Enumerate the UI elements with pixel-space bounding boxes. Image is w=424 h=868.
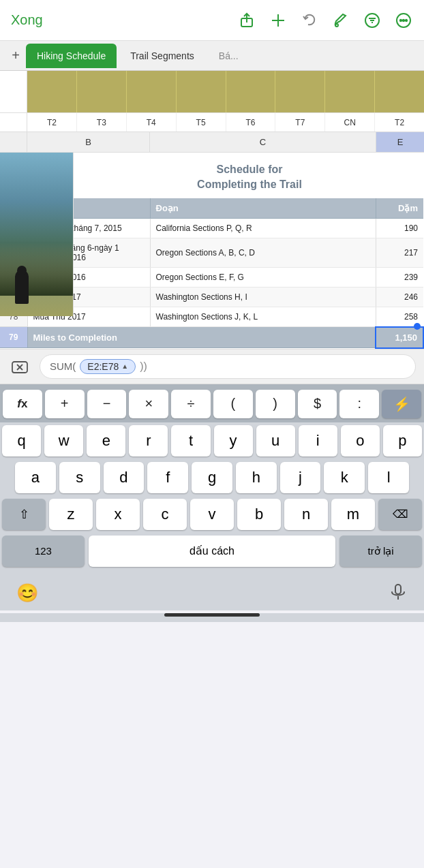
row-1-section[interactable]: Oregon Sections A, B, C, D (150, 238, 376, 267)
selection-handle (414, 323, 421, 330)
column-header-row: B C E (0, 132, 424, 153)
key-m[interactable]: m (331, 499, 375, 530)
col-header-c[interactable]: C (150, 132, 376, 152)
table-section: Schedule forCompleting the Trail Ngày Đo… (0, 153, 424, 349)
brush-icon[interactable] (331, 11, 350, 30)
row-4-miles[interactable]: 258 (376, 307, 423, 327)
key-row-1: q w e r t y u i o p (0, 422, 424, 459)
more-icon[interactable] (394, 11, 413, 30)
filter-icon[interactable] (363, 11, 382, 30)
plus-key[interactable]: + (45, 390, 85, 418)
spreadsheet-area: T2 T3 T4 T5 T6 T7 CN T2 B C E (0, 71, 424, 349)
key-o[interactable]: o (341, 425, 380, 456)
key-a[interactable]: a (15, 462, 56, 493)
tab-add-button[interactable]: + (5, 46, 26, 66)
row-3-miles[interactable]: 246 (376, 287, 423, 307)
key-n[interactable]: n (284, 499, 328, 530)
key-j[interactable]: j (280, 462, 321, 493)
close-paren-key[interactable]: ) (256, 390, 295, 418)
key-f[interactable]: f (147, 462, 188, 493)
day-t2-2: T2 (375, 113, 424, 131)
key-k[interactable]: k (324, 462, 365, 493)
key-l[interactable]: l (368, 462, 409, 493)
xong-button[interactable]: Xong (11, 12, 43, 27)
day-t4: T4 (127, 113, 177, 131)
key-x[interactable]: x (96, 499, 140, 530)
summary-value[interactable]: 1,150 (376, 327, 423, 348)
formula-bar: SUM( E2:E78 ▲ )) (0, 349, 424, 384)
summary-label[interactable]: Miles to Completion (27, 327, 376, 348)
tab-trail-segments[interactable]: Trail Segments (119, 44, 205, 68)
svg-point-4 (335, 24, 338, 27)
open-paren-key[interactable]: ( (213, 390, 253, 418)
mic-icon[interactable] (389, 583, 408, 604)
shift-key[interactable]: ⇧ (2, 499, 46, 530)
numbers-key[interactable]: 123 (2, 536, 85, 567)
range-arrow: ▲ (121, 362, 128, 370)
key-i[interactable]: i (299, 425, 337, 456)
key-p[interactable]: p (383, 425, 422, 456)
col-header-e[interactable]: E (376, 132, 424, 152)
divide-key[interactable]: ÷ (171, 390, 211, 418)
header-doan: Đoạn (150, 198, 376, 219)
day-t3: T3 (77, 113, 127, 131)
svg-point-12 (406, 19, 407, 20)
key-e[interactable]: e (87, 425, 125, 456)
row-2-miles[interactable]: 239 (376, 267, 423, 287)
formula-content[interactable]: SUM( E2:E78 ▲ )) (40, 354, 416, 379)
space-key[interactable]: dấu cách (89, 536, 335, 567)
header-dam: Dặm (376, 198, 423, 219)
day-labels-row: T2 T3 T4 T5 T6 T7 CN T2 (0, 113, 424, 132)
formula-range[interactable]: E2:E78 ▲ (80, 359, 136, 374)
col-header-b[interactable]: B (27, 132, 150, 152)
key-u[interactable]: u (256, 425, 295, 456)
home-bar (0, 613, 424, 622)
key-w[interactable]: w (44, 425, 83, 456)
row-0-section[interactable]: California Sections P, Q, R (150, 218, 376, 238)
key-g[interactable]: g (192, 462, 232, 493)
key-row-bottom: 123 dấu cách trở lại (0, 533, 424, 570)
summary-row[interactable]: 79 Miles to Completion 1,150 (0, 327, 423, 348)
day-cn: CN (325, 113, 375, 131)
fx-key[interactable]: fx (3, 390, 42, 418)
row-num-79: 79 (0, 327, 27, 348)
key-s[interactable]: s (59, 462, 100, 493)
share-icon[interactable] (237, 11, 256, 30)
tab-hiking-schedule[interactable]: Hiking Schedule (26, 44, 117, 68)
top-bar: Xong (0, 0, 424, 41)
key-v[interactable]: v (190, 499, 234, 530)
minus-key[interactable]: − (87, 390, 127, 418)
return-key[interactable]: trở lại (339, 536, 422, 567)
key-t[interactable]: t (171, 425, 210, 456)
day-t5: T5 (177, 113, 226, 131)
row-1-miles[interactable]: 217 (376, 238, 423, 267)
add-icon[interactable] (269, 11, 288, 30)
row-3-section[interactable]: Washington Sections H, I (150, 287, 376, 307)
row-2-section[interactable]: Oregon Sections E, F, G (150, 267, 376, 287)
backspace-key[interactable]: ⌫ (378, 499, 422, 530)
row-0-miles[interactable]: 190 (376, 218, 423, 238)
key-row-3: ⇧ z x c v b n m ⌫ (0, 496, 424, 533)
key-d[interactable]: d (104, 462, 145, 493)
row-4-section[interactable]: Washington Sections J, K, L (150, 307, 376, 327)
key-r[interactable]: r (129, 425, 168, 456)
key-b[interactable]: b (237, 499, 281, 530)
lightning-key[interactable]: ⚡ (382, 390, 421, 418)
math-operator-row: fx + − × ÷ ( ) $ : ⚡ (0, 384, 424, 422)
key-q[interactable]: q (2, 425, 41, 456)
colon-key[interactable]: : (339, 390, 379, 418)
tab-ba[interactable]: Bá... (208, 44, 249, 68)
day-t7: T7 (275, 113, 325, 131)
dollar-key[interactable]: $ (298, 390, 337, 418)
delete-button[interactable] (8, 355, 31, 378)
undo-icon[interactable] (300, 11, 319, 30)
emoji-button[interactable]: 😊 (16, 583, 38, 604)
multiply-key[interactable]: × (129, 390, 168, 418)
bottom-bar: 😊 (0, 575, 424, 610)
key-c[interactable]: c (143, 499, 187, 530)
formula-close: )) (140, 360, 147, 373)
key-h[interactable]: h (236, 462, 277, 493)
schedule-title: Schedule forCompleting the Trail (75, 153, 424, 198)
key-y[interactable]: y (214, 425, 253, 456)
key-z[interactable]: z (49, 499, 93, 530)
